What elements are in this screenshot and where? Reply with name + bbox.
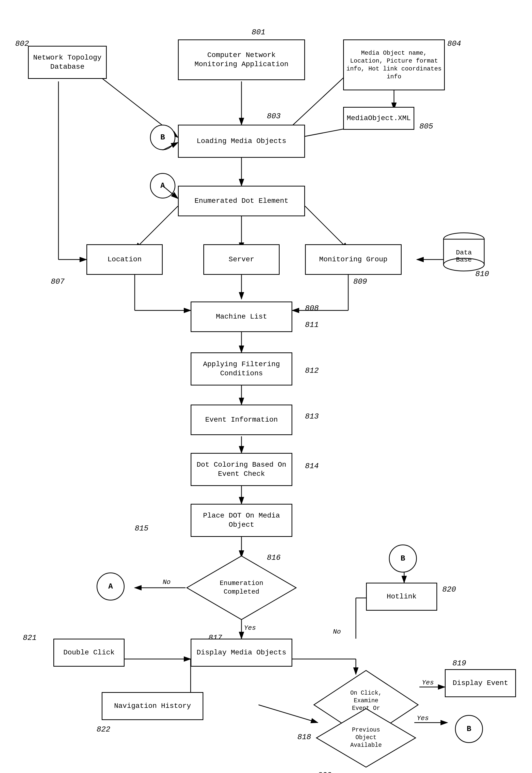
ref-811: 811 [305, 321, 319, 329]
node-machine-list: Machine List [191, 302, 292, 332]
ref-822: 822 [97, 725, 110, 734]
node-server: Server [203, 244, 280, 275]
node-804: Media Object name,Location, Picture form… [343, 39, 445, 90]
ref-809: 809 [353, 277, 367, 286]
node-dot-coloring: Dot Coloring Based OnEvent Check [191, 453, 292, 486]
node-802: Network TopologyDatabase [28, 46, 107, 79]
flowchart-diagram: No Yes No Yes Yes 801 Computer NetworkMo… [0, 0, 532, 773]
ref-813: 813 [305, 412, 319, 421]
ref-819: 819 [452, 659, 466, 668]
svg-text:Base: Base [456, 256, 472, 264]
circle-B1: B [150, 125, 175, 150]
node-event-info: Event Information [191, 405, 292, 435]
ref-814: 814 [305, 462, 319, 470]
ref-802: 802 [15, 39, 29, 48]
node-806: Enumerated Dot Element [178, 186, 305, 216]
node-805: MediaObject.XML [343, 107, 414, 130]
ref-821: 821 [23, 634, 37, 642]
svg-text:Data: Data [456, 249, 472, 257]
svg-line-7 [135, 206, 178, 249]
node-display-media: Display Media Objects [191, 639, 292, 667]
node-database: Data Base [442, 232, 485, 272]
node-801: Computer NetworkMonitoring Application [178, 39, 305, 80]
ref-815: 815 [135, 524, 148, 533]
ref-804: 804 [447, 39, 461, 48]
ref-820: 820 [442, 585, 456, 594]
ref-807: 807 [51, 277, 65, 286]
node-prev-object: PreviousObjectAvailable [315, 707, 417, 768]
node-location: Location [86, 244, 163, 275]
ref-818: 818 [297, 733, 311, 741]
node-enum-completed: EnumerationCompleted [186, 555, 297, 621]
svg-line-34 [259, 705, 318, 723]
ref-801: 801 [252, 28, 265, 37]
ref-803: 803 [267, 112, 281, 121]
svg-text:No: No [163, 578, 171, 586]
svg-line-9 [305, 206, 348, 249]
svg-text:Yes: Yes [244, 624, 256, 632]
node-803: Loading Media Objects [178, 125, 305, 158]
node-hotlink: Hotlink [366, 583, 437, 611]
node-display-event: Display Event [445, 669, 516, 697]
node-place-dot: Place DOT On MediaObject [191, 504, 292, 537]
ref-805: 805 [419, 122, 433, 131]
node-double-click: Double Click [53, 639, 125, 667]
node-filtering: Applying FilteringConditions [191, 352, 292, 385]
node-monitoring-group: Monitoring Group [305, 244, 402, 275]
ref-823: 823 [318, 771, 331, 773]
svg-text:Yes: Yes [422, 679, 434, 687]
ref-812: 812 [305, 366, 319, 375]
circle-B2: B [455, 715, 483, 743]
circle-A2: A [97, 572, 125, 601]
ref-808: 808 [305, 304, 319, 313]
circle-A1: A [150, 173, 175, 199]
circle-B1-right: B [389, 544, 417, 572]
node-nav-history: Navigation History [102, 692, 203, 720]
svg-text:No: No [333, 628, 341, 636]
